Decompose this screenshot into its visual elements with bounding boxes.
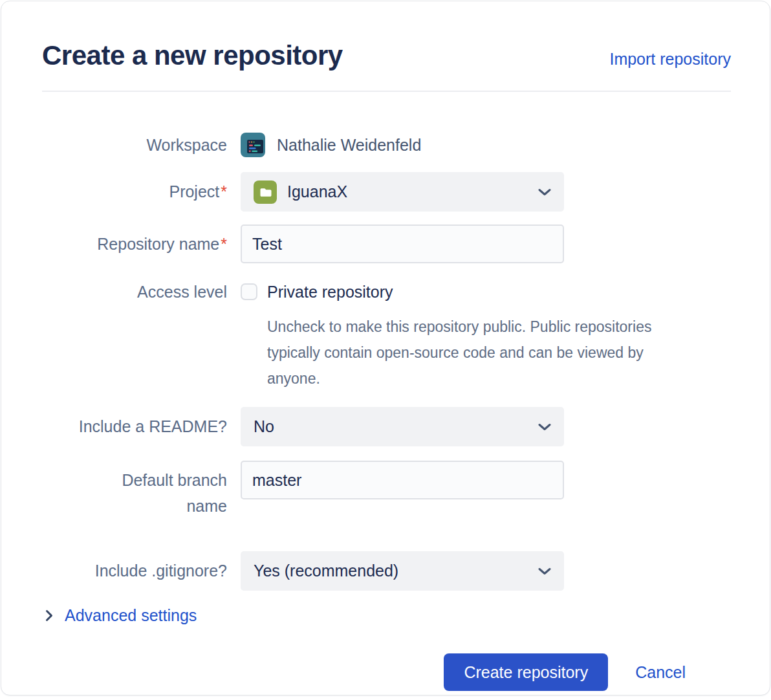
required-marker: * bbox=[221, 182, 227, 201]
create-repository-form: Workspace Natha bbox=[42, 132, 731, 691]
include-gitignore-label: Include .gitignore? bbox=[42, 562, 241, 580]
access-level-help-text: Uncheck to make this repository public. … bbox=[241, 314, 693, 391]
project-select[interactable]: IguanaX bbox=[241, 172, 564, 212]
default-branch-label: Default branch name bbox=[42, 461, 241, 519]
access-level-row: Access level Private repository Uncheck … bbox=[42, 283, 731, 391]
include-readme-row: Include a README? No bbox=[42, 407, 731, 446]
repository-name-label: Repository name* bbox=[42, 235, 241, 254]
header-divider bbox=[42, 91, 731, 92]
project-select-value: IguanaX bbox=[287, 182, 347, 201]
project-row: Project* IguanaX bbox=[42, 172, 731, 212]
include-readme-select[interactable]: No bbox=[241, 407, 564, 446]
dialog-actions: Create repository Cancel bbox=[42, 653, 731, 691]
chevron-down-icon bbox=[538, 423, 551, 431]
create-repository-dialog: Create a new repository Import repositor… bbox=[1, 1, 770, 695]
dialog-header: Create a new repository Import repositor… bbox=[42, 40, 731, 71]
include-gitignore-select[interactable]: Yes (recommended) bbox=[241, 551, 564, 591]
cancel-button[interactable]: Cancel bbox=[621, 663, 700, 682]
private-repository-checkbox[interactable] bbox=[241, 283, 257, 300]
project-label: Project* bbox=[42, 182, 241, 201]
workspace-row: Workspace Natha bbox=[42, 132, 731, 158]
include-gitignore-value: Yes (recommended) bbox=[254, 562, 398, 580]
access-level-label: Access level bbox=[42, 283, 241, 301]
advanced-settings-toggle[interactable]: Advanced settings bbox=[42, 606, 731, 625]
workspace-name: Nathalie Weidenfeld bbox=[277, 136, 421, 155]
workspace-value: Nathalie Weidenfeld bbox=[241, 133, 564, 157]
workspace-label: Workspace bbox=[42, 136, 241, 155]
default-branch-row: Default branch name bbox=[42, 461, 731, 519]
workspace-avatar-icon bbox=[241, 133, 265, 157]
include-readme-value: No bbox=[254, 417, 274, 436]
required-marker: * bbox=[221, 235, 227, 253]
repository-name-input[interactable] bbox=[241, 224, 564, 263]
chevron-down-icon bbox=[538, 188, 551, 196]
private-repository-option: Private repository bbox=[241, 283, 674, 301]
project-folder-icon bbox=[254, 180, 277, 204]
page-title: Create a new repository bbox=[42, 40, 343, 71]
include-gitignore-row: Include .gitignore? Yes (recommended) bbox=[42, 551, 731, 591]
advanced-settings-link[interactable]: Advanced settings bbox=[65, 606, 197, 625]
include-readme-label: Include a README? bbox=[42, 417, 241, 436]
create-repository-button[interactable]: Create repository bbox=[444, 653, 608, 691]
import-repository-link[interactable]: Import repository bbox=[609, 50, 731, 69]
chevron-down-icon bbox=[538, 567, 551, 575]
repository-name-row: Repository name* bbox=[42, 224, 731, 263]
private-repository-label: Private repository bbox=[267, 283, 393, 301]
chevron-right-icon bbox=[45, 609, 53, 622]
default-branch-input[interactable] bbox=[241, 461, 564, 499]
access-level-field: Private repository Uncheck to make this … bbox=[241, 283, 674, 391]
